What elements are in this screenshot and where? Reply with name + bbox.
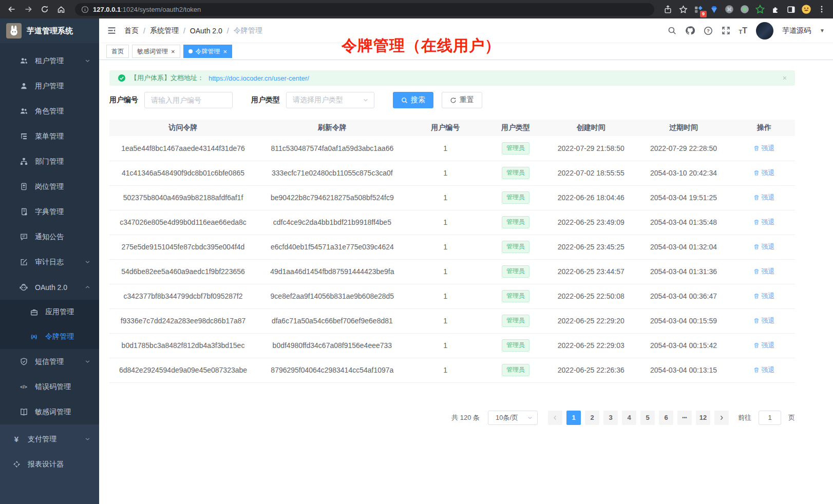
page-button-12[interactable]: 12 [696, 411, 710, 425]
pagination-ellipsis[interactable]: ••• [677, 411, 692, 425]
column-header: 用户编号 [408, 120, 483, 136]
sidebar-item-label: 通知公告 [35, 232, 64, 242]
table-row: c347026e805e4d99b0d116eae66eda8ccdfc4ce9… [109, 210, 795, 235]
browser-reload-button[interactable] [38, 3, 51, 16]
force-logout-button[interactable]: 强退 [753, 242, 774, 251]
sidebar-item-pay[interactable]: ¥支付管理 [0, 427, 99, 452]
sidebar-item-notice[interactable]: 通知公告 [0, 224, 99, 249]
share-button[interactable] [661, 3, 674, 15]
force-logout-button[interactable]: 强退 [753, 341, 774, 350]
browser-forward-button[interactable] [22, 3, 35, 16]
bookmark-star-button[interactable] [677, 3, 689, 15]
browser-menu-button[interactable] [816, 3, 828, 15]
page-button-4[interactable]: 4 [622, 411, 636, 425]
sidebar-item-error-code[interactable]: </>错误码管理 [0, 374, 99, 399]
extensions-puzzle-button[interactable] [769, 3, 782, 15]
sidebar-item-dict[interactable]: 字典管理 [0, 199, 99, 224]
page-button-2[interactable]: 2 [585, 411, 599, 425]
extension-gem[interactable] [708, 3, 720, 15]
sidebar-menu: 租户管理用户管理角色管理菜单管理部门管理岗位管理字典管理通知公告审计日志OAut… [0, 43, 99, 424]
page-size-select[interactable]: 10条/页 [488, 411, 538, 425]
sidebar-item-dept[interactable]: 部门管理 [0, 149, 99, 174]
access-token-cell: 275e5de9151045fe87cbdc395e004f4d [109, 235, 257, 259]
browser-back-button[interactable] [5, 3, 18, 16]
page-button-5[interactable]: 5 [640, 411, 655, 425]
breadcrumb-item[interactable]: 系统管理 [150, 26, 179, 35]
page-button-3[interactable]: 3 [603, 411, 618, 425]
force-logout-button[interactable]: 强退 [753, 267, 774, 276]
extension-recorder[interactable] [739, 3, 751, 15]
force-logout-button[interactable]: 强退 [753, 292, 774, 301]
user-type-select[interactable]: 请选择用户类型 [286, 92, 374, 108]
page-button-6[interactable]: 6 [659, 411, 673, 425]
main-area: 令牌管理（在线用户） 首页/系统管理/OAuth 2.0/令牌管理 ? [99, 18, 833, 504]
force-logout-button[interactable]: 强退 [753, 218, 774, 227]
rabbit-logo-icon [8, 25, 20, 36]
header-search-button[interactable] [668, 26, 676, 35]
breadcrumb-item[interactable]: 首页 [124, 26, 139, 35]
page-button-1[interactable]: 1 [566, 411, 581, 425]
github-link[interactable] [685, 26, 695, 35]
next-page-button[interactable] [714, 411, 729, 425]
extension-tampermonkey[interactable]: 9 [692, 3, 705, 15]
force-logout-button[interactable]: 强退 [753, 193, 774, 202]
sidebar: 芋道管理系统 租户管理用户管理角色管理菜单管理部门管理岗位管理字典管理通知公告审… [0, 18, 99, 504]
sidebar-item-role[interactable]: 角色管理 [0, 99, 99, 124]
sidebar-item-oauth2-application[interactable]: 应用管理 [0, 300, 99, 324]
user-type-badge: 管理员 [502, 290, 529, 302]
font-size-button[interactable]: TT [739, 27, 748, 35]
force-logout-label: 强退 [761, 316, 774, 325]
briefcase-icon [30, 308, 38, 316]
sidebar-item-user[interactable]: 用户管理 [0, 73, 99, 99]
user-id-input[interactable] [144, 92, 233, 108]
gem-icon [710, 5, 718, 14]
caret-down-icon[interactable]: ▼ [820, 28, 825, 33]
tab-home[interactable]: 首页 [106, 45, 129, 58]
sidebar-item-oauth2[interactable]: OAuth 2.0 [0, 275, 99, 300]
fullscreen-button[interactable] [722, 26, 730, 35]
user-avatar[interactable] [756, 22, 773, 40]
force-logout-button[interactable]: 强退 [753, 144, 774, 153]
sidebar-item-audit-log[interactable]: 审计日志 [0, 249, 99, 275]
extension-green-star[interactable] [754, 3, 766, 15]
sidebar-item-sms[interactable]: 短信管理 [0, 349, 99, 374]
sidebar-item-post[interactable]: 岗位管理 [0, 174, 99, 199]
sidebar-collapse-button[interactable] [107, 26, 116, 35]
force-logout-button[interactable]: 强退 [753, 365, 774, 375]
tab-sensitive-word[interactable]: 敏感词管理× [132, 45, 180, 58]
arrow-left-icon [8, 5, 16, 13]
close-icon[interactable]: × [223, 48, 228, 55]
force-logout-button[interactable]: 强退 [753, 316, 774, 325]
sidebar-item-menu[interactable]: 菜单管理 [0, 124, 99, 149]
sidebar-item-report-designer[interactable]: 报表设计器 [0, 452, 99, 477]
user-id-cell: 1 [408, 136, 483, 161]
info-icon[interactable] [81, 6, 89, 13]
url-bar[interactable]: 127.0.0.1:1024/system/oauth2/token [75, 3, 654, 16]
sidebar-item-tenant[interactable]: 租户管理 [0, 48, 99, 73]
goto-page-input[interactable] [759, 411, 781, 425]
sidebar-item-label: 字典管理 [35, 207, 64, 217]
close-icon[interactable]: × [171, 48, 175, 55]
hamburger-icon [107, 26, 116, 35]
side-panel-button[interactable] [785, 3, 797, 15]
prev-page-button[interactable] [548, 411, 562, 425]
force-logout-button[interactable]: 强退 [753, 168, 774, 178]
alert-doc-link[interactable]: https://doc.iocoder.cn/user-center/ [209, 74, 309, 82]
user-id-cell: 1 [408, 235, 483, 259]
user-icon [20, 82, 28, 90]
breadcrumb-item[interactable]: OAuth 2.0 [190, 27, 222, 35]
extension-command[interactable]: ⌘ [723, 3, 735, 15]
profile-avatar[interactable] [800, 3, 812, 15]
browser-home-button[interactable] [54, 3, 68, 16]
help-button[interactable]: ? [704, 26, 713, 35]
user-type-cell: 管理员 [483, 161, 548, 185]
sidebar-item-oauth2-token[interactable]: (A)令牌管理 [0, 324, 99, 349]
app-logo[interactable]: 芋道管理系统 [0, 18, 99, 43]
sidebar-item-sensitive-word[interactable]: 敏感词管理 [0, 399, 99, 424]
username-label[interactable]: 芋道源码 [782, 26, 811, 35]
breadcrumb: 首页/系统管理/OAuth 2.0/令牌管理 [124, 26, 262, 35]
reset-button[interactable]: 重置 [442, 92, 482, 108]
tab-token-management[interactable]: 令牌管理× [183, 45, 233, 58]
alert-close-icon[interactable]: × [783, 74, 787, 82]
search-button[interactable]: 搜索 [393, 92, 433, 108]
